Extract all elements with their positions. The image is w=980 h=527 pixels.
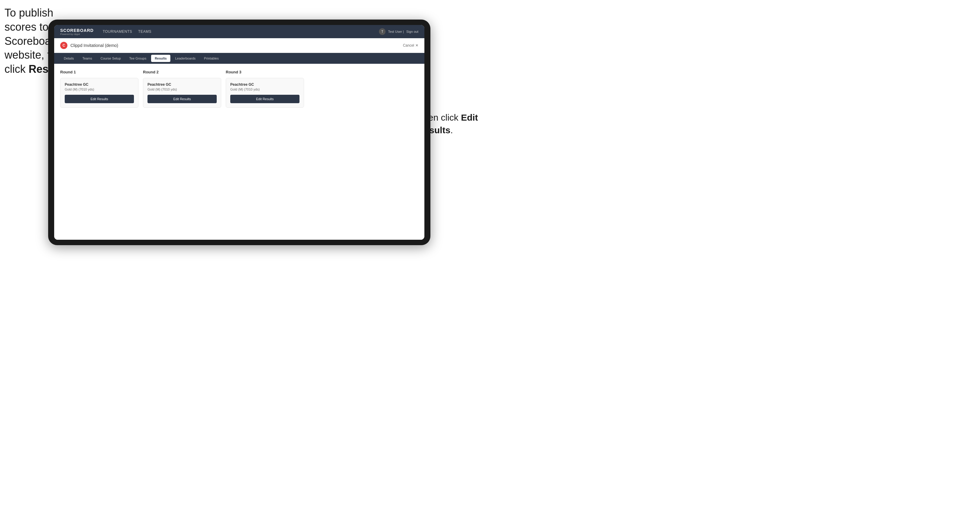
tab-tee-groups[interactable]: Tee Groups <box>126 55 150 62</box>
tournament-header: C Clippd Invitational (demo) Cancel ✕ <box>54 38 425 53</box>
round-3-course-details: Gold (M) (7010 yds) <box>230 87 299 91</box>
round-2-column: Round 2 Peachtree GC Gold (M) (7010 yds)… <box>143 70 221 234</box>
edit-results-button-1[interactable]: Edit Results <box>65 95 134 103</box>
rounds-container: Round 1 Peachtree GC Gold (M) (7010 yds)… <box>54 64 425 240</box>
content-area: C Clippd Invitational (demo) Cancel ✕ De… <box>54 38 425 240</box>
user-avatar: T <box>379 28 385 35</box>
user-name: Test User | <box>388 30 404 33</box>
cancel-button[interactable]: Cancel ✕ <box>403 43 418 48</box>
round-1-column: Round 1 Peachtree GC Gold (M) (7010 yds)… <box>60 70 138 234</box>
round-1-title: Round 1 <box>60 70 138 74</box>
round-3-course-name: Peachtree GC <box>230 83 299 87</box>
edit-results-button-3[interactable]: Edit Results <box>230 95 299 103</box>
round-3-title: Round 3 <box>226 70 304 74</box>
sign-out-link[interactable]: Sign out <box>406 30 418 33</box>
round-3-column: Round 3 Peachtree GC Gold (M) (7010 yds)… <box>226 70 304 234</box>
round-2-title: Round 2 <box>143 70 221 74</box>
round-2-course-name: Peachtree GC <box>148 83 217 87</box>
tab-teams[interactable]: Teams <box>79 55 96 62</box>
round-1-course-name: Peachtree GC <box>65 83 134 87</box>
edit-results-button-2[interactable]: Edit Results <box>148 95 217 103</box>
nav-right: T Test User | Sign out <box>379 28 418 35</box>
nav-links: TOURNAMENTS TEAMS <box>103 28 379 35</box>
tablet-screen: SCOREBOARD Powered by clippd TOURNAMENTS… <box>54 25 425 240</box>
top-nav: SCOREBOARD Powered by clippd TOURNAMENTS… <box>54 25 425 38</box>
round-3-card: Peachtree GC Gold (M) (7010 yds) Edit Re… <box>226 78 304 108</box>
logo-sub: Powered by clippd <box>60 33 94 35</box>
tab-course-setup[interactable]: Course Setup <box>97 55 124 62</box>
tab-printables[interactable]: Printables <box>200 55 223 62</box>
tab-results[interactable]: Results <box>151 55 170 62</box>
tablet-frame: SCOREBOARD Powered by clippd TOURNAMENTS… <box>48 19 430 245</box>
round-2-card: Peachtree GC Gold (M) (7010 yds) Edit Re… <box>143 78 221 108</box>
tournament-title: Clippd Invitational (demo) <box>70 43 403 48</box>
tab-nav: Details Teams Course Setup Tee Groups Re… <box>54 53 425 64</box>
logo-text: SCOREBOARD <box>60 28 94 33</box>
round-2-course-details: Gold (M) (7010 yds) <box>148 87 217 91</box>
round-1-course-details: Gold (M) (7010 yds) <box>65 87 134 91</box>
nav-teams[interactable]: TEAMS <box>138 28 151 35</box>
nav-tournaments[interactable]: TOURNAMENTS <box>103 28 132 35</box>
round-4-empty <box>309 70 387 234</box>
logo-area: SCOREBOARD Powered by clippd <box>60 28 94 35</box>
round-1-card: Peachtree GC Gold (M) (7010 yds) Edit Re… <box>60 78 138 108</box>
tab-details[interactable]: Details <box>60 55 78 62</box>
tournament-icon: C <box>60 42 67 49</box>
close-icon: ✕ <box>415 43 418 48</box>
tab-leaderboards[interactable]: Leaderboards <box>172 55 199 62</box>
